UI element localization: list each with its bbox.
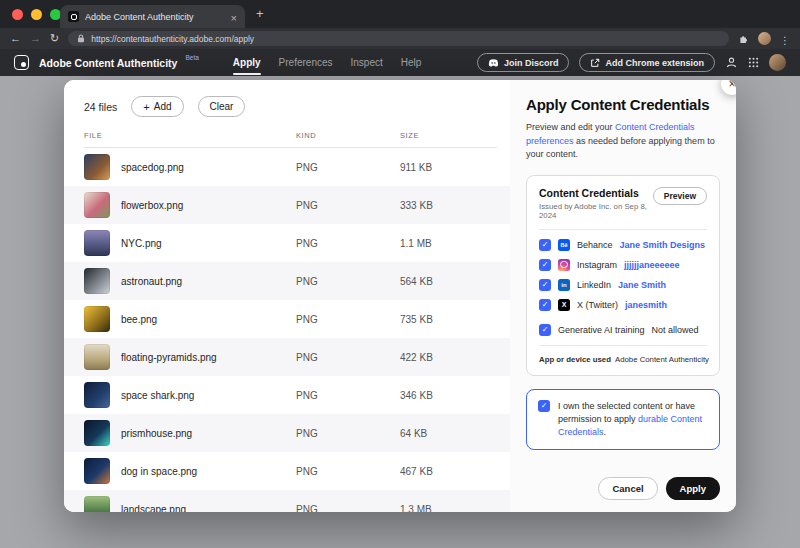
app-device-value: Adobe Content Authenticity <box>615 355 709 364</box>
cancel-button[interactable]: Cancel <box>598 477 657 500</box>
account-link[interactable]: Jane Smith <box>618 280 666 290</box>
file-kind: PNG <box>296 352 400 363</box>
app-grid-icon[interactable] <box>748 57 759 68</box>
add-chrome-extension-button[interactable]: Add Chrome extension <box>579 53 715 72</box>
file-thumbnail <box>84 458 110 484</box>
window-controls <box>12 9 61 20</box>
credential-row: LinkedIn Jane Smith <box>539 279 707 291</box>
column-file: FILE <box>84 131 296 140</box>
nav-item-apply[interactable]: Apply <box>233 57 261 68</box>
account-link[interactable]: Jane Smith Designs <box>620 240 706 250</box>
credential-row: Instagram jjjjjjaneeeeee <box>539 259 707 271</box>
reload-icon[interactable] <box>50 33 59 44</box>
column-kind: KIND <box>296 131 400 140</box>
linkedin-checkbox[interactable] <box>539 279 551 291</box>
account-link[interactable]: janesmith <box>625 300 667 310</box>
platform-label: LinkedIn <box>577 280 611 290</box>
table-row[interactable]: NYC.png PNG 1.1 MB <box>64 224 510 262</box>
consent-after: . <box>604 427 607 437</box>
apply-panel: Apply Content Credentials Preview and ed… <box>510 80 736 512</box>
file-kind: PNG <box>296 276 400 287</box>
sign-in-person-icon[interactable] <box>725 56 738 69</box>
file-size: 1.1 MB <box>400 238 510 249</box>
table-row[interactable]: landscape.png PNG 1.3 MB <box>64 490 510 512</box>
url-text: https://contentauthenticity.adobe.com/ap… <box>91 34 254 44</box>
browser-titlebar: Adobe Content Authenticity <box>0 0 800 28</box>
column-size: SIZE <box>400 131 497 140</box>
file-kind: PNG <box>296 314 400 325</box>
table-row[interactable]: prismhouse.png PNG 64 KB <box>64 414 510 452</box>
x-twitter-checkbox[interactable] <box>539 299 551 311</box>
behance-checkbox[interactable] <box>539 239 551 251</box>
file-kind: PNG <box>296 504 400 513</box>
table-row[interactable]: floating-pyramids.png PNG 422 KB <box>64 338 510 376</box>
address-bar[interactable]: https://contentauthenticity.adobe.com/ap… <box>68 31 729 46</box>
new-tab-button[interactable] <box>256 6 264 21</box>
table-row[interactable]: astronaut.png PNG 564 KB <box>64 262 510 300</box>
beta-badge: Beta <box>185 54 198 61</box>
table-header: FILE KIND SIZE <box>84 131 497 148</box>
table-row[interactable]: spacedog.png PNG 911 KB <box>64 148 510 186</box>
nav-item-inspect[interactable]: Inspect <box>351 57 383 68</box>
discord-icon <box>488 59 499 67</box>
table-row[interactable]: dog in space.png PNG 467 KB <box>64 452 510 490</box>
intro-text: Preview and edit your Content Credential… <box>526 121 720 162</box>
nav-item-help[interactable]: Help <box>401 57 422 68</box>
file-name: spacedog.png <box>121 162 184 173</box>
forward-icon[interactable] <box>30 33 41 44</box>
table-row[interactable]: bee.png PNG 735 KB <box>64 300 510 338</box>
generative-ai-checkbox[interactable] <box>539 324 551 336</box>
browser-toolbar: https://contentauthenticity.adobe.com/ap… <box>0 28 800 49</box>
apply-button[interactable]: Apply <box>666 477 720 500</box>
site-favicon-icon <box>68 11 79 22</box>
join-discord-label: Join Discord <box>504 58 559 68</box>
file-name: space shark.png <box>121 390 194 401</box>
instagram-checkbox[interactable] <box>539 259 551 271</box>
join-discord-button[interactable]: Join Discord <box>477 53 570 72</box>
file-size: 333 KB <box>400 200 510 211</box>
tab-close-icon[interactable] <box>231 8 237 26</box>
file-thumbnail <box>84 192 110 218</box>
back-icon[interactable] <box>10 33 21 44</box>
extensions-puzzle-icon[interactable] <box>738 33 749 44</box>
preview-button[interactable]: Preview <box>653 187 707 205</box>
minimize-window-button[interactable] <box>31 9 42 20</box>
platform-label: X (Twitter) <box>577 300 618 310</box>
browser-menu-icon[interactable] <box>780 30 790 48</box>
table-row[interactable]: space shark.png PNG 346 KB <box>64 376 510 414</box>
account-link[interactable]: jjjjjjaneeeeee <box>624 260 680 270</box>
file-size: 64 KB <box>400 428 510 439</box>
card-title: Content Credentials <box>539 187 653 199</box>
file-kind: PNG <box>296 466 400 477</box>
content-authenticity-logo-icon <box>14 55 29 70</box>
app-device-row: App or device usedAdobe Content Authenti… <box>539 355 707 364</box>
nav-item-preferences[interactable]: Preferences <box>279 57 333 68</box>
file-kind: PNG <box>296 428 400 439</box>
file-name: flowerbox.png <box>121 200 183 211</box>
file-thumbnail <box>84 306 110 332</box>
clear-files-button[interactable]: Clear <box>198 96 246 117</box>
file-thumbnail <box>84 344 110 370</box>
file-size: 346 KB <box>400 390 510 401</box>
file-kind: PNG <box>296 200 400 211</box>
file-name: bee.png <box>121 314 157 325</box>
file-size: 735 KB <box>400 314 510 325</box>
consent-card: I own the selected content or have permi… <box>526 389 720 450</box>
ai-value: Not allowed <box>652 325 699 335</box>
file-thumbnail <box>84 154 110 180</box>
app-header: Adobe Content Authenticity Beta Apply Pr… <box>0 49 800 76</box>
table-row[interactable]: flowerbox.png PNG 333 KB <box>64 186 510 224</box>
browser-profile-avatar[interactable] <box>758 32 771 45</box>
files-panel: 24 files Add Clear FILE KIND SIZE spaced… <box>64 80 510 512</box>
browser-tab[interactable]: Adobe Content Authenticity <box>60 5 245 28</box>
files-count: 24 files <box>84 101 117 113</box>
file-size: 467 KB <box>400 466 510 477</box>
file-list: spacedog.png PNG 911 KB flowerbox.png PN… <box>64 148 510 512</box>
consent-checkbox[interactable] <box>538 400 550 412</box>
close-window-button[interactable] <box>12 9 23 20</box>
user-avatar[interactable] <box>769 54 786 71</box>
add-files-button[interactable]: Add <box>131 96 183 117</box>
file-thumbnail <box>84 382 110 408</box>
file-kind: PNG <box>296 390 400 401</box>
file-name: floating-pyramids.png <box>121 352 217 363</box>
